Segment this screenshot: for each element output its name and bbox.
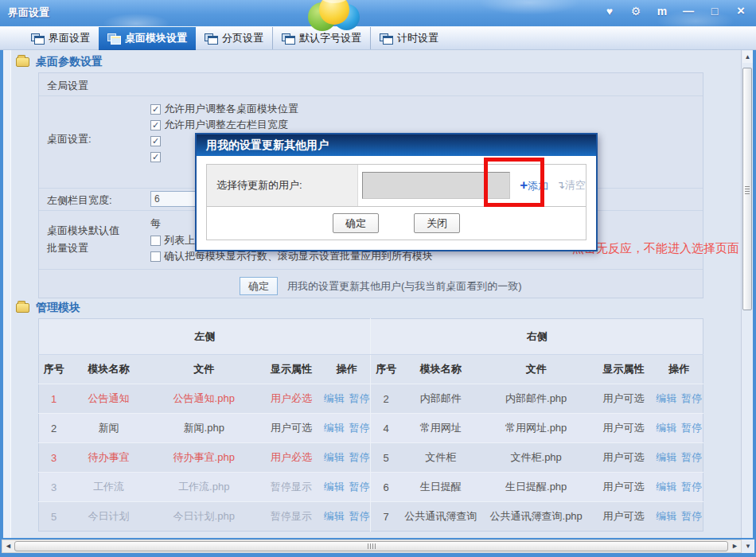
batch-settings-label: 桌面模块默认值 批量设置 (39, 211, 150, 269)
edit-link[interactable]: 编辑 (324, 510, 345, 522)
pause-link[interactable]: 暂停 (681, 392, 702, 404)
cell-no: 5 (39, 502, 69, 532)
confirm-row: 确定 用我的设置更新其他用户(与我当前桌面看到的一致) (39, 269, 703, 298)
help-book-icon[interactable]: m (655, 5, 669, 18)
horizontal-scrollbar[interactable]: ◄ ► (2, 539, 742, 553)
table-row: 5今日计划今日计划.php暂停显示编辑暂停7公共通讯簿查询公共通讯簿查询.php… (39, 502, 703, 532)
edit-link[interactable]: 编辑 (656, 510, 676, 522)
cell-attr: 用户可选 (592, 473, 656, 502)
cell-no: 4 (371, 414, 401, 443)
left-width-input[interactable] (150, 191, 197, 207)
manage-modules-section-header: 管理模块 (16, 301, 80, 315)
scroll-right-arrow[interactable]: ► (730, 541, 740, 551)
checkbox-label: 允许用户调整左右栏目宽度 (164, 118, 288, 132)
global-settings-label: 全局设置 (39, 73, 703, 95)
column-header: 序号 (371, 355, 401, 384)
cell-no: 6 (371, 473, 401, 502)
cell-module-name: 待办事宜 (68, 443, 148, 473)
tab-1[interactable]: 界面设置 (22, 27, 99, 49)
maximize-icon[interactable]: □ (707, 5, 722, 18)
cell-no: 3 (39, 443, 69, 473)
pause-link[interactable]: 暂停 (681, 510, 702, 522)
edit-link[interactable]: 编辑 (656, 481, 676, 493)
checkbox[interactable] (150, 152, 161, 162)
global-settings-row: 全局设置 (39, 73, 703, 95)
table-row: 1公告通知公告通知.php用户必选编辑暂停2内部邮件内部邮件.php用户可选编辑… (39, 384, 703, 414)
cell-file: 文件柜.php (481, 443, 592, 473)
window-icon (380, 33, 392, 44)
column-header: 模块名称 (401, 355, 481, 384)
checkbox-label: 允许用户调整各桌面模块位置 (164, 102, 298, 116)
cell-module-name: 工作流 (68, 473, 148, 502)
desktop-settings-label: 桌面设置: (39, 96, 150, 188)
scroll-down-arrow[interactable]: ▼ (742, 539, 754, 553)
column-header: 模块名称 (68, 355, 148, 384)
horizontal-scroll-thumb[interactable] (14, 541, 728, 551)
cell-no: 1 (39, 384, 69, 414)
clear-users-button[interactable]: ↴清空 (556, 178, 586, 193)
edit-link[interactable]: 编辑 (324, 392, 345, 404)
dialog-ok-button[interactable]: 确定 (333, 213, 379, 233)
cell-file: 待办事宜.php (148, 443, 259, 473)
tab-5[interactable]: 计时设置 (370, 27, 447, 49)
minimize-icon[interactable]: — (681, 5, 696, 18)
edit-link[interactable]: 编辑 (656, 422, 676, 434)
checkbox[interactable] (150, 136, 161, 146)
column-header: 操作 (323, 355, 371, 384)
pause-link[interactable]: 暂停 (349, 510, 370, 522)
edit-link[interactable]: 编辑 (324, 451, 345, 463)
cell-no: 2 (371, 384, 401, 414)
section-title: 管理模块 (36, 301, 80, 315)
pause-link[interactable]: 暂停 (349, 481, 370, 493)
confirm-note: 用我的设置更新其他用户(与我当前桌面看到的一致) (287, 279, 522, 294)
checkbox[interactable] (150, 104, 161, 115)
app-window: 界面设置 ♥⚙m—□× 界面设置桌面模块设置分页设置默认字号设置计时设置 桌面参… (0, 0, 756, 557)
checkbox[interactable] (150, 120, 161, 130)
edit-link[interactable]: 编辑 (324, 481, 345, 493)
column-header: 显示属性 (592, 355, 656, 384)
favorite-icon[interactable]: ♥ (602, 5, 617, 18)
close-icon[interactable]: × (734, 4, 748, 18)
cell-module-name: 新闻 (68, 414, 148, 443)
checkbox[interactable] (150, 251, 161, 262)
edit-link[interactable]: 编辑 (656, 392, 676, 404)
vertical-scroll-thumb[interactable] (742, 68, 752, 310)
tab-3[interactable]: 分页设置 (196, 27, 272, 49)
vertical-scrollbar[interactable]: ▲ (741, 50, 753, 538)
settings-icon[interactable]: ⚙ (629, 5, 643, 18)
cell-attr: 用户可选 (592, 384, 656, 414)
cell-file: 工作流.php (148, 473, 259, 502)
main-content: 桌面参数设置 全局设置 桌面设置: 允许用户调整各桌面模块位置允许用户调整左右栏… (3, 50, 741, 538)
pause-link[interactable]: 暂停 (349, 392, 370, 404)
tab-label: 桌面模块设置 (125, 31, 187, 45)
checkbox[interactable] (150, 236, 161, 246)
scroll-up-arrow[interactable]: ▲ (742, 51, 753, 63)
cell-module-name: 公共通讯簿查询 (401, 502, 481, 532)
pause-link[interactable]: 暂停 (349, 451, 370, 463)
window-controls: ♥⚙m—□× (602, 4, 748, 18)
pause-link[interactable]: 暂停 (349, 422, 370, 434)
cell-operations: 编辑暂停 (323, 443, 371, 473)
edit-link[interactable]: 编辑 (324, 422, 345, 434)
confirm-button[interactable]: 确定 (240, 277, 278, 295)
cell-no: 5 (371, 443, 401, 473)
cell-no: 7 (371, 502, 401, 532)
tab-2[interactable]: 桌面模块设置 (99, 27, 196, 49)
scroll-left-arrow[interactable]: ◄ (3, 541, 14, 551)
folder-icon (16, 57, 29, 67)
dialog-close-button[interactable]: 关闭 (414, 213, 460, 233)
pause-link[interactable]: 暂停 (681, 481, 702, 493)
folder-icon (16, 303, 29, 313)
window-icon (205, 33, 217, 44)
column-header: 显示属性 (259, 355, 323, 384)
tab-label: 计时设置 (397, 31, 438, 45)
app-logo (307, 0, 361, 33)
cell-file: 今日计划.php (148, 502, 259, 532)
pause-link[interactable]: 暂停 (681, 422, 702, 434)
cell-attr: 暂停显示 (259, 473, 323, 502)
tab-bar: 界面设置桌面模块设置分页设置默认字号设置计时设置 (0, 26, 756, 50)
tab-label: 界面设置 (49, 31, 90, 45)
edit-link[interactable]: 编辑 (656, 451, 676, 463)
pause-link[interactable]: 暂停 (681, 451, 702, 463)
cell-module-name: 文件柜 (401, 443, 481, 473)
